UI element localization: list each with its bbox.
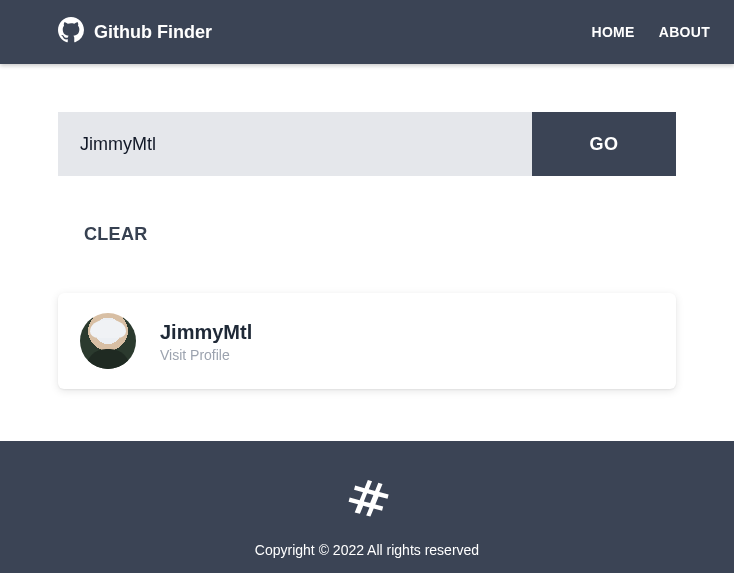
user-username: JimmyMtl <box>160 319 252 345</box>
nav-home[interactable]: HOME <box>592 24 635 40</box>
main-content: GO CLEAR JimmyMtl Visit Profile <box>0 64 734 441</box>
avatar <box>80 313 136 369</box>
nav-links: HOME ABOUT <box>592 24 710 40</box>
footer: Copyright © 2022 All rights reserved <box>0 441 734 573</box>
hashtag-icon <box>341 474 393 530</box>
clear-button[interactable]: CLEAR <box>84 224 148 245</box>
github-icon <box>58 17 84 47</box>
brand[interactable]: Github Finder <box>58 17 212 47</box>
footer-copyright: Copyright © 2022 All rights reserved <box>255 542 479 558</box>
user-card: JimmyMtl Visit Profile <box>58 293 676 389</box>
go-button[interactable]: GO <box>532 112 676 176</box>
brand-title: Github Finder <box>94 22 212 43</box>
nav-about[interactable]: ABOUT <box>659 24 710 40</box>
visit-profile-link[interactable]: Visit Profile <box>160 347 252 363</box>
search-input[interactable] <box>58 112 532 176</box>
navbar: Github Finder HOME ABOUT <box>0 0 734 64</box>
search-form: GO <box>58 112 676 176</box>
user-card-text: JimmyMtl Visit Profile <box>160 319 252 363</box>
